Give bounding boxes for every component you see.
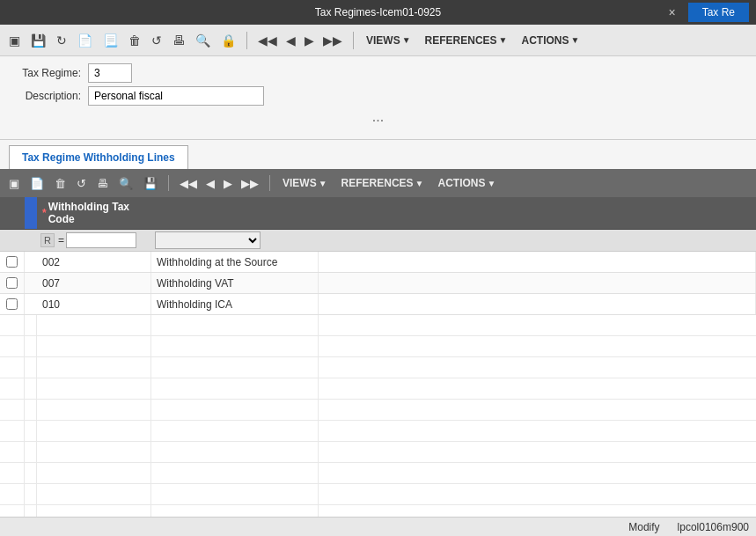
empty-row xyxy=(0,442,756,463)
row-checkbox[interactable] xyxy=(6,298,18,310)
empty-row xyxy=(0,400,756,421)
table-container: * Withholding Tax Code R = 002 W xyxy=(0,197,756,536)
status-bar: Modify lpcol0106m900 xyxy=(0,517,756,536)
row-desc-cell: Withholding VAT xyxy=(151,273,319,293)
delete-icon: 🗑 xyxy=(128,33,141,48)
sub-delete-button[interactable]: 🗑 xyxy=(51,175,70,192)
views-label: VIEWS xyxy=(366,34,400,47)
title-bar: Tax Regimes-Icem01-0925 × Tax Re xyxy=(0,0,756,25)
refresh-icon: ↺ xyxy=(151,33,162,48)
tax-regime-row: Tax Regime: xyxy=(11,63,745,83)
sub-new-icon: ▣ xyxy=(9,177,19,190)
actions-chevron-icon: ▼ xyxy=(571,35,580,45)
nav-next-button[interactable]: ▶ xyxy=(301,32,318,49)
save-button[interactable]: 💾 xyxy=(27,32,49,49)
separator1 xyxy=(246,32,247,49)
lock-icon: 🔒 xyxy=(221,33,236,48)
sub-nav-group: ◀◀ ◀ ▶ ▶▶ xyxy=(176,175,262,192)
sub-nav-last-button[interactable]: ▶▶ xyxy=(238,175,262,192)
new-button[interactable]: ▣ xyxy=(5,32,24,49)
close-button[interactable]: × xyxy=(663,4,680,21)
empty-row xyxy=(0,315,756,336)
table-row[interactable]: 002 Withholding at the Source xyxy=(0,252,756,273)
module-text: lpcol0106m900 xyxy=(678,521,749,533)
withholding-lines-tab[interactable]: Tax Regime Withholding Lines xyxy=(9,145,188,169)
description-label: Description: xyxy=(11,90,81,102)
sub-refresh-icon: ↺ xyxy=(77,177,86,190)
nav-first-button[interactable]: ◀◀ xyxy=(254,32,281,49)
refresh-button[interactable]: ↺ xyxy=(148,32,165,49)
filter-desc-select[interactable] xyxy=(155,231,261,249)
sub-references-label: REFERENCES xyxy=(341,177,414,189)
sub-nav-prev-button[interactable]: ◀ xyxy=(202,175,218,192)
references-dropdown[interactable]: REFERENCES ▼ xyxy=(420,33,513,48)
row-rest-cell xyxy=(319,294,756,314)
sub-delete-icon: 🗑 xyxy=(55,177,66,190)
sub-print-button[interactable]: 🖶 xyxy=(93,175,112,192)
views-chevron-icon: ▼ xyxy=(402,35,411,45)
row-desc-cell: Withholding ICA xyxy=(151,294,319,314)
nav-prev-button[interactable]: ◀ xyxy=(283,32,299,49)
row-code-cell: 002 xyxy=(37,252,151,272)
sub-actions-chevron-icon: ▼ xyxy=(488,179,496,188)
empty-row xyxy=(0,484,756,505)
references-chevron-icon: ▼ xyxy=(499,35,508,45)
row-desc-cell: Withholding at the Source xyxy=(151,252,319,272)
sub-refresh-button[interactable]: ↺ xyxy=(73,175,90,192)
sub-print-icon: 🖶 xyxy=(97,177,108,190)
description-input[interactable] xyxy=(88,86,264,106)
sub-views-label: VIEWS xyxy=(283,177,317,189)
tax-regime-label: Tax Regime: xyxy=(11,67,81,79)
sub-views-dropdown[interactable]: VIEWS ▼ xyxy=(277,175,333,191)
sub-actions-dropdown[interactable]: ACTIONS ▼ xyxy=(433,175,502,191)
empty-row xyxy=(0,463,756,484)
save-icon: 💾 xyxy=(31,33,46,48)
row-code-cell: 010 xyxy=(37,294,151,314)
sub-nav-next-button[interactable]: ▶ xyxy=(220,175,236,192)
description-row: Description: xyxy=(11,86,745,106)
window-title: Tax Regimes-Icem01-0925 xyxy=(254,6,502,18)
search-button[interactable]: 🔍 xyxy=(192,32,214,49)
sub-new-button[interactable]: ▣ xyxy=(5,175,23,192)
nav-last-button[interactable]: ▶▶ xyxy=(319,32,346,49)
required-indicator: * xyxy=(42,207,47,219)
print-icon: 🖶 xyxy=(172,33,185,48)
row-checkbox[interactable] xyxy=(6,277,18,289)
sub-attach-button[interactable]: 💾 xyxy=(140,175,161,192)
empty-row xyxy=(0,378,756,400)
tax-regime-input[interactable] xyxy=(88,63,132,83)
undo-button[interactable]: ↻ xyxy=(53,32,70,49)
attach1-icon: 📄 xyxy=(77,33,92,48)
th-code: * Withholding Tax Code xyxy=(37,197,151,229)
lock-button[interactable]: 🔒 xyxy=(217,32,239,49)
sub-nav-first-button[interactable]: ◀◀ xyxy=(176,175,201,192)
new-icon: ▣ xyxy=(9,33,20,48)
th-blue xyxy=(25,197,37,229)
views-dropdown[interactable]: VIEWS ▼ xyxy=(361,33,416,48)
sub-views-chevron-icon: ▼ xyxy=(319,179,327,188)
table-row[interactable]: 010 Withholding ICA xyxy=(0,294,756,315)
references-label: REFERENCES xyxy=(425,34,497,47)
row-check-cell xyxy=(0,252,25,272)
filter-eq: = xyxy=(58,234,64,246)
attach1-button[interactable]: 📄 xyxy=(74,32,96,49)
form-area: Tax Regime: Description: ··· xyxy=(0,56,756,140)
attach2-icon: 📃 xyxy=(103,33,118,48)
filter-code-input[interactable] xyxy=(66,232,136,248)
tab-section: Tax Regime Withholding Lines xyxy=(0,140,756,169)
th-rest xyxy=(319,197,756,229)
sub-separator2 xyxy=(269,175,270,191)
table-row[interactable]: 007 Withholding VAT xyxy=(0,273,756,294)
search-icon: 🔍 xyxy=(195,33,210,48)
sub-separator1 xyxy=(168,175,169,191)
empty-row xyxy=(0,336,756,357)
sub-references-dropdown[interactable]: REFERENCES ▼ xyxy=(336,175,429,191)
sub-search-icon: 🔍 xyxy=(119,177,133,190)
sub-search-button[interactable]: 🔍 xyxy=(115,175,136,192)
print-button[interactable]: 🖶 xyxy=(169,32,188,49)
attach2-button[interactable]: 📃 xyxy=(99,32,121,49)
sub-copy-button[interactable]: 📄 xyxy=(26,175,48,192)
row-checkbox[interactable] xyxy=(6,256,18,268)
actions-dropdown[interactable]: ACTIONS ▼ xyxy=(517,33,585,48)
delete-button[interactable]: 🗑 xyxy=(125,32,144,49)
